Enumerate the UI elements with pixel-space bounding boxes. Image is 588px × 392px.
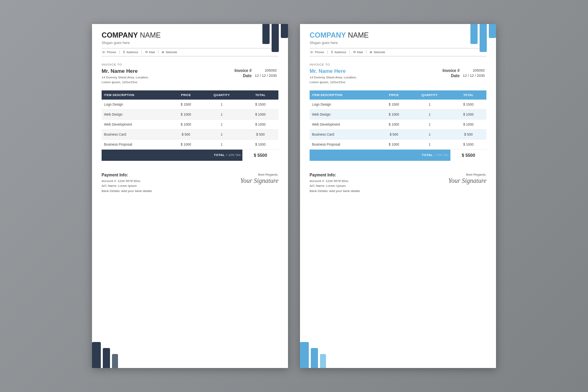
contact-mail-label-blue: Mail xyxy=(357,50,363,54)
header-blue: COMPANY NAME Slogan goes here ☏ Phone ⚲ … xyxy=(300,24,496,56)
row-total: $ 1000 xyxy=(450,109,486,119)
deco-bar-1 xyxy=(262,24,270,44)
table-row: Business Card $ 500 1 $ 500 xyxy=(310,129,486,139)
items-table-dark: ITEM DESCRIPTION PRICE QUANTITY TOTAL Lo… xyxy=(102,90,278,161)
invoice-details-table-blue: Invoice # 205092 Date 12 / 12 / 2030 xyxy=(441,68,486,78)
payment-section-dark: Payment Info: Account #: 1234 5678 90xx … xyxy=(92,173,288,194)
deco-bars-bottom-dark xyxy=(92,336,118,368)
row-desc: Web Development xyxy=(102,119,171,129)
mail-icon-blue: ✉ xyxy=(353,50,356,54)
row-price: $ 1500 xyxy=(379,100,409,110)
payment-info-dark: Payment Info: Account #: 1234 5678 90xx … xyxy=(102,173,152,194)
contact-website-blue: ⊕ Website xyxy=(366,50,388,54)
row-qty: 1 xyxy=(409,119,450,129)
contact-address-label-dark: Address xyxy=(126,50,138,54)
row-price: $ 1000 xyxy=(171,139,201,149)
invoice-to-label-blue: INVOICE TO xyxy=(310,63,486,66)
regards-dark: Best Regards, xyxy=(240,173,278,176)
deco-bars-bottom-blue xyxy=(300,336,326,368)
website-icon-blue: ⊕ xyxy=(370,50,372,54)
row-price: $ 1000 xyxy=(379,119,409,129)
th-qty-blue: QUANTITY xyxy=(409,90,450,100)
website-icon-dark: ⊕ xyxy=(162,50,164,54)
row-total: $ 1000 xyxy=(242,109,278,119)
contact-bar-blue: ☏ Phone ⚲ Address ✉ Mail ⊕ Website xyxy=(310,48,486,56)
row-total: $ 1500 xyxy=(242,100,278,110)
payment-title-dark: Payment Info: xyxy=(102,173,152,177)
contact-website-label-dark: Website xyxy=(166,50,177,54)
row-qty: 1 xyxy=(201,100,242,110)
total-value-blue: $ 5500 xyxy=(450,149,486,161)
row-price: $ 500 xyxy=(379,129,409,139)
deco-bar-2 xyxy=(272,24,279,52)
payment-detail-dark: Account #: 1234 5678 90xx A/C Name: Lore… xyxy=(102,179,152,194)
invoice-num-label-dark: Invoice # xyxy=(233,68,253,73)
row-qty: 1 xyxy=(409,109,450,119)
client-addr2-blue: Lorem Ipsum, 120xx15xx xyxy=(310,80,345,84)
contact-phone-blue: ☏ Phone xyxy=(310,50,328,54)
payment-info-blue: Payment Info: Account #: 1234 5678 90xx … xyxy=(310,173,360,194)
contact-mail-dark: ✉ Mail xyxy=(142,50,159,54)
address-icon-dark: ⚲ xyxy=(123,50,125,54)
table-row: Logo Design $ 1500 1 $ 1500 xyxy=(310,100,486,110)
row-desc: Business Proposal xyxy=(310,139,379,149)
contact-bar-dark: ☏ Phone ⚲ Address ✉ Mail ⊕ Website xyxy=(102,48,278,56)
invoice-meta-blue: Mr. Name Here 14 Dummy Street Area, Loca… xyxy=(310,68,486,85)
row-total: $ 500 xyxy=(450,129,486,139)
table-row: Business Proposal $ 1000 1 $ 1000 xyxy=(310,139,486,149)
deco-bar-1-blue xyxy=(470,24,478,44)
payment-account-blue: Account #: 1234 5678 90xx xyxy=(310,179,348,183)
client-name-dark: Mr. Name Here xyxy=(102,68,149,74)
payment-account-dark: Account #: 1234 5678 90xx xyxy=(102,179,140,183)
company-rest-blue: NAME xyxy=(346,31,369,39)
contact-website-label-blue: Website xyxy=(374,50,385,54)
th-desc-blue: ITEM DESCRIPTION xyxy=(310,90,379,100)
deco-bar-b2-blue xyxy=(311,348,318,368)
total-value-dark: $ 5500 xyxy=(242,149,278,161)
company-bold-blue: COMPANY xyxy=(310,31,346,39)
payment-detail-blue: Account #: 1234 5678 90xx A/C Name: Lore… xyxy=(310,179,360,194)
company-rest-dark: NAME xyxy=(138,31,161,39)
payment-section-blue: Payment Info: Account #: 1234 5678 90xx … xyxy=(300,173,496,194)
invoice-body-dark: INVOICE TO Mr. Name Here 14 Dummy Street… xyxy=(92,56,288,173)
deco-bar-b2-dark xyxy=(103,348,110,368)
company-name-blue: COMPANY NAME xyxy=(310,31,486,40)
invoice-body-blue: INVOICE TO Mr. Name Here 14 Dummy Street… xyxy=(300,56,496,173)
invoice-to-label-dark: INVOICE TO xyxy=(102,63,278,66)
contact-address-label-blue: Address xyxy=(334,50,346,54)
row-price: $ 500 xyxy=(171,129,201,139)
signature-text-dark: Your Signature xyxy=(240,177,278,184)
client-address-dark: 14 Dummy Street Area, Location, Lorem Ip… xyxy=(102,75,149,85)
contact-mail-blue: ✉ Mail xyxy=(350,50,367,54)
tax-label-blue: + 10% TAX xyxy=(434,154,449,156)
deco-bar-b1-blue xyxy=(300,342,309,368)
th-desc-dark: ITEM DESCRIPTION xyxy=(102,90,171,100)
client-info-blue: Mr. Name Here 14 Dummy Street Area, Loca… xyxy=(310,68,357,85)
table-row: Logo Design $ 1500 1 $ 1500 xyxy=(102,100,278,110)
row-desc: Business Proposal xyxy=(102,139,171,149)
total-text-blue: TOTAL xyxy=(422,153,433,157)
slogan-dark: Slogan goes here xyxy=(102,41,278,45)
signature-text-blue: Your Signature xyxy=(448,177,486,184)
invoice-num-value-dark: 205092 xyxy=(253,68,278,73)
header-dark: COMPANY NAME Slogan goes here ☏ Phone ⚲ … xyxy=(92,24,288,56)
row-price: $ 1000 xyxy=(379,109,409,119)
invoice-details-dark: Invoice # 205092 Date 12 / 12 / 2030 xyxy=(233,68,278,78)
row-qty: 1 xyxy=(201,139,242,149)
client-name-blue: Mr. Name Here xyxy=(310,68,357,74)
th-price-blue: PRICE xyxy=(379,90,409,100)
table-row: Web Development $ 1000 1 $ 1000 xyxy=(310,119,486,129)
mail-icon-dark: ✉ xyxy=(145,50,148,54)
th-price-dark: PRICE xyxy=(171,90,201,100)
total-label-blue: TOTAL + 10% TAX xyxy=(310,149,450,161)
deco-bar-3 xyxy=(281,24,288,38)
invoice-num-value-blue: 205092 xyxy=(461,68,486,73)
contact-phone-label-dark: Phone xyxy=(107,50,116,54)
row-desc: Logo Design xyxy=(310,100,379,110)
table-row: Web Development $ 1000 1 $ 1000 xyxy=(102,119,278,129)
row-desc: Logo Design xyxy=(102,100,171,110)
contact-website-dark: ⊕ Website xyxy=(158,50,180,54)
phone-icon-blue: ☏ xyxy=(310,50,314,54)
contact-address-dark: ⚲ Address xyxy=(120,50,142,54)
contact-phone-dark: ☏ Phone xyxy=(102,50,120,54)
